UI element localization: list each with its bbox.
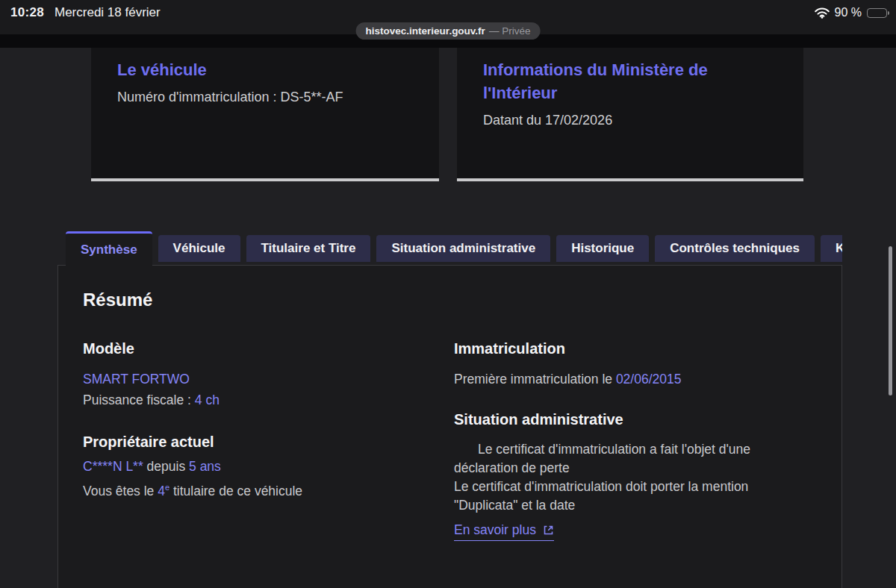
battery-icon [867, 8, 887, 18]
ministry-card-body: Datant du 17/02/2026 [483, 113, 781, 128]
owner-since-value: 5 ans [189, 459, 221, 474]
tab-vehicule[interactable]: Véhicule [158, 235, 240, 262]
ministry-card-title: Informations du Ministère de l'Intérieur [483, 58, 781, 104]
first-registration-label: Première immatriculation le [454, 372, 616, 387]
wifi-icon [815, 7, 830, 19]
owner-line: C****N L** depuis 5 ans [83, 457, 444, 476]
clock: 10:28 [10, 5, 44, 20]
ministry-card: Informations du Ministère de l'Intérieur… [457, 48, 803, 181]
holder-line: Vous êtes le 4e titulaire de ce véhicule [83, 478, 444, 501]
browser-toolbar: 10:28 Mercredi 18 février 90 % histovec.… [0, 0, 896, 34]
battery-percent: 90 % [835, 6, 862, 19]
right-column: Immatriculation Première immatriculation… [454, 330, 815, 541]
synthese-panel: Résumé Modèle SMART FORTWO Puissance fis… [57, 265, 842, 588]
model-heading: Modèle [83, 340, 444, 357]
tab-titulaire-et-titre[interactable]: Titulaire et Titre [246, 235, 371, 262]
tab-controles-techniques[interactable]: Contrôles techniques [655, 235, 815, 262]
owner-heading: Propriétaire actuel [83, 434, 444, 451]
fiscal-power-line: Puissance fiscale : 4 ch [83, 390, 444, 410]
admin-status-line2: Le certificat d'immatriculation doit por… [454, 478, 799, 515]
external-link-icon [543, 525, 554, 536]
model-name: SMART FORTWO [83, 369, 444, 389]
summary-columns: Modèle SMART FORTWO Puissance fiscale : … [83, 330, 815, 541]
page-title: Résumé [83, 290, 815, 310]
vehicle-card-body: Numéro d'immatriculation : DS-5**-AF [117, 90, 417, 105]
status-bar-right: 90 % [815, 6, 887, 19]
learn-more-link[interactable]: En savoir plus [454, 522, 554, 541]
first-registration-line: Première immatriculation le 02/06/2015 [454, 369, 815, 389]
tab-historique[interactable]: Historique [556, 235, 649, 262]
learn-more-label: En savoir plus [454, 522, 536, 538]
tab-bar: Synthèse Véhicule Titulaire et Titre Sit… [66, 231, 842, 266]
vertical-scrollbar[interactable] [889, 246, 892, 395]
date: Mercredi 18 février [55, 5, 161, 20]
private-browsing-label: — Privée [489, 25, 531, 37]
holder-prefix: Vous êtes le [83, 484, 158, 498]
status-bar-left: 10:28 Mercredi 18 février [10, 5, 161, 20]
owner-since-label: depuis [143, 459, 189, 474]
vehicle-card: Le véhicule Numéro d'immatriculation : D… [91, 48, 439, 181]
owner-name: C****N L** [83, 459, 143, 474]
fiscal-power-value: 4 ch [195, 392, 220, 407]
left-column: Modèle SMART FORTWO Puissance fiscale : … [83, 330, 444, 541]
address-bar-url: histovec.interieur.gouv.fr [366, 25, 485, 37]
holder-suffix: titulaire de ce véhicule [169, 484, 302, 498]
address-bar[interactable]: histovec.interieur.gouv.fr — Privée [356, 22, 541, 40]
admin-status-line1: Le certificat d'immatriculation a fait l… [454, 440, 799, 478]
screen: 10:28 Mercredi 18 février 90 % histovec.… [0, 0, 896, 588]
summary-cards: Le véhicule Numéro d'immatriculation : D… [91, 48, 803, 181]
registration-heading: Immatriculation [454, 340, 815, 357]
admin-status-heading: Situation administrative [454, 411, 815, 428]
fiscal-power-label: Puissance fiscale : [83, 392, 195, 407]
first-registration-date: 02/06/2015 [616, 372, 682, 387]
tab-synthese[interactable]: Synthèse [66, 231, 152, 266]
vehicle-card-title: Le véhicule [117, 58, 417, 81]
holder-rank: 4e [158, 484, 169, 498]
tab-situation-administrative[interactable]: Situation administrative [376, 235, 550, 262]
tab-kilometrage[interactable]: Kil [821, 235, 842, 262]
